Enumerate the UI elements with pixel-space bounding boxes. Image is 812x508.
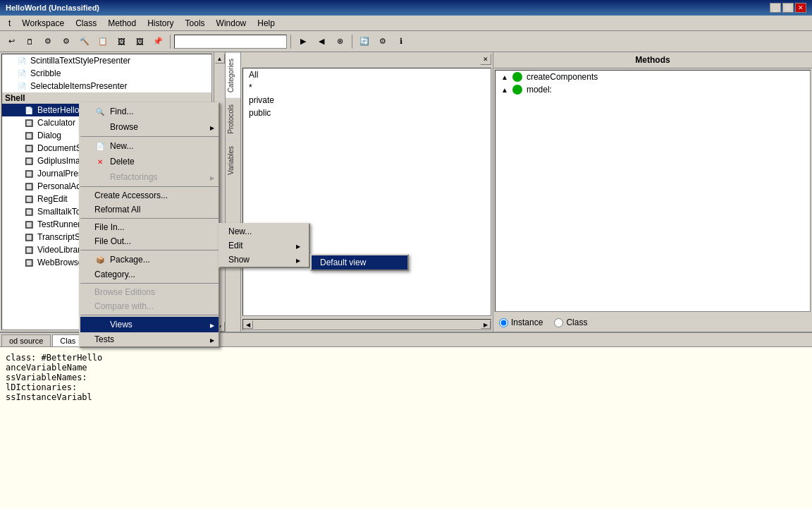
cat-item-public[interactable]: public bbox=[243, 107, 491, 119]
submenu-views-show[interactable]: Show bbox=[220, 253, 309, 267]
ctx-browse-editions: Browse Editions bbox=[80, 285, 219, 299]
ctx-new-label: New... bbox=[110, 141, 133, 151]
category-scrollbar-h[interactable]: ◀ ▶ bbox=[242, 319, 491, 330]
toolbar-refresh-btn[interactable]: 🔄 bbox=[356, 34, 373, 49]
window-controls: _ □ ✕ bbox=[770, 3, 806, 13]
delete-icon: ✕ bbox=[94, 156, 106, 167]
menu-workspace[interactable]: Workspace bbox=[16, 17, 70, 30]
menu-t[interactable]: t bbox=[3, 17, 16, 30]
ctx-new[interactable]: 📄 New... bbox=[80, 138, 219, 154]
minimize-button[interactable]: _ bbox=[770, 3, 781, 13]
ctx-file-out[interactable]: File Out... bbox=[80, 234, 219, 248]
ctx-reformat-all[interactable]: Reformat All bbox=[80, 202, 219, 217]
method-item-model[interactable]: ▲ model: bbox=[496, 83, 810, 96]
ctx-package[interactable]: 📦 Package... bbox=[80, 252, 219, 267]
class-icon-regedit: 🔲 bbox=[23, 193, 35, 205]
menu-method[interactable]: Method bbox=[102, 17, 142, 30]
menu-window[interactable]: Window bbox=[211, 17, 252, 30]
method-arrow-2: ▲ bbox=[501, 86, 508, 94]
ctx-delete[interactable]: ✕ Delete bbox=[80, 154, 219, 169]
method-icon-1 bbox=[512, 72, 522, 82]
instance-radio[interactable] bbox=[499, 318, 508, 327]
submenu-views-edit[interactable]: Edit bbox=[220, 238, 309, 253]
class-radio[interactable] bbox=[554, 318, 563, 327]
ctx-file-in[interactable]: File In... bbox=[80, 220, 219, 234]
menu-history[interactable]: History bbox=[142, 17, 179, 30]
variables-tab[interactable]: Variables bbox=[226, 140, 240, 181]
ctx-sep-4 bbox=[80, 250, 219, 250]
toolbar-btn-4[interactable]: ⚙ bbox=[58, 34, 75, 49]
ctx-browse[interactable]: Browse bbox=[80, 119, 219, 135]
submenu-edit-label: Edit bbox=[228, 241, 243, 250]
ctx-compare-with-label: Compare with... bbox=[94, 301, 154, 311]
method-item-createcomponents[interactable]: ▲ createComponents bbox=[496, 71, 810, 83]
window-title: HelloWorld (Unclassified) bbox=[6, 4, 99, 12]
categories-tab[interactable]: Categories bbox=[226, 52, 240, 98]
toolbar-go-btn[interactable]: ▶ bbox=[295, 34, 312, 49]
code-line-5: ssInstanceVariabl bbox=[6, 392, 806, 402]
scroll-left-btn[interactable]: ◀ bbox=[243, 320, 253, 329]
toolbar-btn-6[interactable]: 📋 bbox=[94, 34, 111, 49]
cat-item-star[interactable]: * bbox=[243, 81, 491, 94]
ctx-find[interactable]: 🔍 Find... bbox=[80, 104, 219, 119]
ctx-sep-6 bbox=[80, 315, 219, 315]
submenu-views-new[interactable]: New... bbox=[220, 224, 309, 238]
shell-label: Shell bbox=[5, 93, 25, 103]
toolbar-info-btn[interactable]: ℹ bbox=[393, 34, 410, 49]
find-icon: 🔍 bbox=[94, 106, 106, 117]
toolbar-btn-3[interactable]: ⚙ bbox=[39, 34, 56, 49]
ctx-sep-2 bbox=[80, 186, 219, 187]
category-close-btn[interactable]: ✕ bbox=[480, 54, 491, 65]
close-button[interactable]: ✕ bbox=[795, 3, 806, 13]
class-icon-selectable: 📄 bbox=[16, 80, 27, 92]
search-input[interactable] bbox=[174, 35, 287, 49]
class-icon-scribble: 📄 bbox=[16, 68, 27, 79]
bottom-tab-source[interactable]: od source bbox=[1, 334, 51, 346]
cat-item-all[interactable]: All bbox=[243, 68, 491, 81]
ctx-views[interactable]: Views bbox=[80, 317, 219, 332]
code-line-2: anceVariableName bbox=[6, 363, 806, 373]
class-radio-label[interactable]: Class bbox=[554, 318, 587, 327]
instance-radio-label[interactable]: Instance bbox=[499, 318, 543, 327]
ctx-delete-label: Delete bbox=[110, 157, 135, 167]
views-icon bbox=[94, 319, 106, 330]
ctx-tests[interactable]: Tests bbox=[80, 332, 219, 346]
toolbar-btn-8[interactable]: 🖼 bbox=[131, 34, 148, 49]
menu-tools[interactable]: Tools bbox=[180, 17, 211, 30]
toolbar-sep-1 bbox=[170, 35, 171, 49]
toolbar-stop-btn[interactable]: ⊗ bbox=[331, 34, 348, 49]
toolbar-btn-7[interactable]: 🖼 bbox=[113, 34, 130, 49]
list-item-selectable[interactable]: 📄 SelectableItemsPresenter bbox=[2, 80, 211, 92]
list-item-scintilla[interactable]: 📄 ScintillaTextStylePresenter bbox=[2, 54, 211, 67]
toolbar-back-btn[interactable]: ◀ bbox=[313, 34, 330, 49]
ctx-file-out-label: File Out... bbox=[94, 236, 131, 246]
maximize-button[interactable]: □ bbox=[782, 3, 794, 13]
toolbar-btn-9[interactable]: 📌 bbox=[149, 34, 166, 49]
submenu-views: New... Edit Show bbox=[219, 223, 310, 268]
ctx-refactorings-label: Refactorings bbox=[110, 172, 157, 182]
menu-class[interactable]: Class bbox=[70, 17, 102, 30]
submenu-show-default-view[interactable]: Default view bbox=[312, 255, 407, 270]
scroll-right-btn[interactable]: ▶ bbox=[481, 320, 491, 329]
toolbar-btn-2[interactable]: 🗒 bbox=[21, 34, 38, 49]
cat-item-private[interactable]: private bbox=[243, 94, 491, 107]
tests-arrow bbox=[210, 334, 214, 344]
ctx-create-accessors[interactable]: Create Accessors... bbox=[80, 188, 219, 202]
method-label-1: createComponents bbox=[527, 72, 598, 82]
scroll-up-btn[interactable]: ▲ bbox=[215, 54, 225, 64]
protocols-tab[interactable]: Protocols bbox=[226, 98, 240, 140]
views-arrow bbox=[210, 320, 214, 329]
class-icon-web: 🔲 bbox=[23, 257, 35, 268]
ctx-compare-with: Compare with... bbox=[80, 299, 219, 313]
code-line-4: lDIctionaries: bbox=[6, 382, 806, 392]
class-icon-docsh: 🔲 bbox=[23, 143, 35, 154]
toolbar-btn-5[interactable]: 🔨 bbox=[76, 34, 93, 49]
menu-help[interactable]: Help bbox=[252, 17, 281, 30]
context-menu: 🔍 Find... Browse 📄 New... ✕ Delete Refac… bbox=[79, 102, 220, 348]
list-item-scribble[interactable]: 📄 Scribble bbox=[2, 67, 211, 80]
class-label: Class bbox=[566, 318, 587, 327]
menu-bar: t Workspace Class Method History Tools W… bbox=[0, 16, 812, 31]
toolbar-settings-btn[interactable]: ⚙ bbox=[374, 34, 391, 49]
ctx-category[interactable]: Category... bbox=[80, 267, 219, 282]
toolbar-btn-1[interactable]: ↩ bbox=[3, 34, 20, 49]
